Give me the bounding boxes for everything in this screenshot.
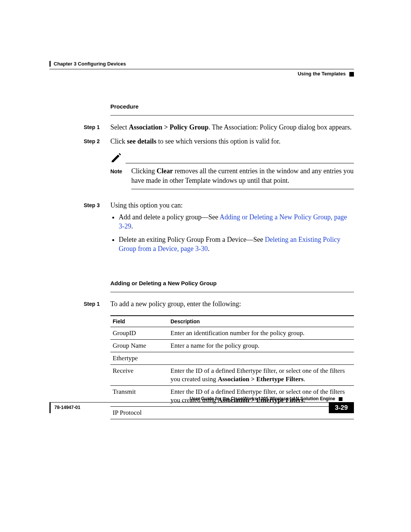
- table-row: Group Name Enter a name for the policy g…: [110, 339, 354, 352]
- step-3-intro: Using this option you can:: [110, 201, 354, 210]
- section2-rule: [110, 292, 354, 292]
- step-3-bullet-2: Delete an exiting Policy Group From a De…: [119, 235, 354, 254]
- step-3-bullet-1: Add and delete a policy group—See Adding…: [119, 212, 354, 231]
- note-text: Clicking Clear removes all the current e…: [131, 166, 354, 185]
- table-row: Ethertype: [110, 352, 354, 364]
- footer-page-number: 3-29: [329, 403, 354, 413]
- field-groupid: GroupID: [110, 327, 168, 339]
- section-label: Using the Templates: [298, 71, 346, 77]
- subheading-add-delete-policy-group: Adding or Deleting a New Policy Group: [110, 280, 354, 286]
- desc-receive: Enter the ID of a defined Ethertype filt…: [168, 364, 354, 385]
- note-label: Note: [110, 166, 131, 185]
- desc-groupid: Enter an identification number for the p…: [168, 327, 354, 339]
- step-3-label: Step 3: [84, 201, 110, 257]
- step-2-body: Click see details to see which versions …: [110, 137, 354, 196]
- footer-doc-number: 78-14947-01: [49, 403, 329, 413]
- field-groupname: Group Name: [110, 339, 168, 352]
- step-1-label: Step 1: [84, 123, 110, 132]
- procedure-rule: [110, 115, 354, 116]
- table-header-description: Description: [168, 316, 354, 327]
- field-receive: Receive: [110, 364, 168, 385]
- step-2-label: Step 2: [84, 137, 110, 196]
- section2-step-1-body: To add a new policy group, enter the fol…: [110, 299, 354, 309]
- footer-square-icon: [339, 397, 342, 401]
- section2-step-1-label: Step 1: [84, 299, 110, 309]
- step-1-body: Select Association > Policy Group. The A…: [110, 123, 354, 132]
- procedure-heading: Procedure: [110, 103, 354, 110]
- header-rule: [49, 69, 354, 69]
- header-square-icon: [349, 72, 354, 77]
- desc-groupname: Enter a name for the policy group.: [168, 339, 354, 352]
- table-row: GroupID Enter an identification number f…: [110, 327, 354, 339]
- table-row: Receive Enter the ID of a defined Ethert…: [110, 364, 354, 385]
- chapter-label: Chapter 3 Configuring Devices: [49, 61, 354, 67]
- pencil-icon: [110, 152, 126, 164]
- field-ethertype: Ethertype: [110, 352, 168, 364]
- footer-doc-title: User Guide for the CiscoWorks 1105 Wirel…: [190, 396, 335, 401]
- table-header-field: Field: [110, 316, 168, 327]
